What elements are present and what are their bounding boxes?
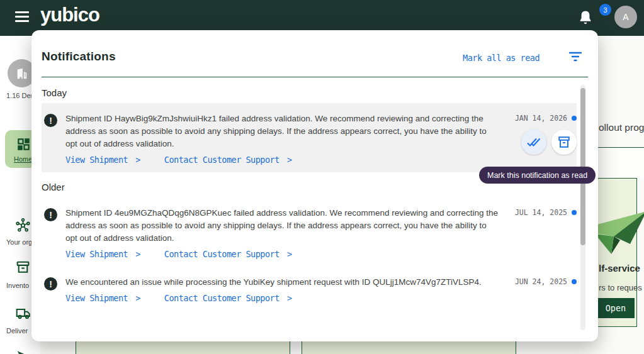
chevron-right-icon: > — [287, 155, 292, 165]
yubico-logo: yubico — [40, 4, 99, 26]
notifications-panel: Notifications Mark all as read Today ! S… — [31, 30, 598, 341]
notification-text: We encountered an issue while processing… — [65, 277, 482, 287]
self-service-description: rs to reques — [599, 283, 642, 292]
building-icon — [15, 67, 29, 80]
alert-icon: ! — [42, 205, 65, 260]
archive-button[interactable] — [551, 130, 577, 155]
chevron-right-icon: > — [135, 155, 140, 165]
card-background — [592, 148, 644, 178]
mark-read-button[interactable] — [521, 130, 546, 155]
notification-item: ! We encountered an issue while processi… — [42, 267, 577, 311]
unread-dot — [572, 279, 577, 284]
alert-icon: ! — [42, 274, 65, 304]
chevron-right-icon: > — [287, 249, 292, 259]
open-button[interactable]: Open — [597, 298, 635, 318]
rollout-progress-heading: ollout progre — [599, 122, 644, 133]
org-network-icon — [15, 217, 31, 234]
inventory-box-icon — [15, 259, 31, 275]
sidebar-item-label: Home — [14, 155, 32, 163]
double-check-icon — [526, 136, 541, 148]
sidebar-item-label: Your org. — [6, 238, 34, 246]
notification-item: ! Shipment ID HaywBig9kZmJshwiuiHkz1 fai… — [42, 103, 577, 172]
sidebar-item-label: Deliver — [6, 327, 28, 335]
notification-date: JUN 24, 2025 — [515, 277, 567, 286]
self-service-title: lf-service — [599, 263, 640, 274]
notifications-bell-icon[interactable] — [577, 8, 596, 28]
alert-icon: ! — [42, 111, 65, 166]
chevron-right-icon: > — [135, 249, 140, 259]
view-shipment-link[interactable]: View Shipment> — [65, 248, 140, 260]
section-label-today: Today — [42, 87, 588, 98]
sidebar-item-label: Invento — [6, 282, 29, 289]
notification-text: Shipment ID HaywBig9kZmJshwiuiHkz1 faile… — [65, 114, 487, 148]
contact-support-link[interactable]: Contact Customer Support> — [164, 248, 292, 260]
archive-box-icon — [557, 135, 571, 149]
view-shipment-link[interactable]: View Shipment> — [65, 292, 140, 304]
view-shipment-link[interactable]: View Shipment> — [65, 153, 140, 166]
unread-dot — [572, 210, 577, 215]
card-border-line — [592, 147, 644, 148]
notification-count-badge: 3 — [599, 4, 611, 16]
chevron-right-icon: > — [135, 293, 140, 303]
user-avatar[interactable]: A — [614, 6, 637, 28]
notifications-list: Today ! Shipment ID HaywBig9kZmJshwiuiHk… — [31, 78, 598, 341]
dashboard-icon — [16, 137, 31, 152]
delivery-truck-icon — [15, 305, 31, 321]
paper-plane-icon — [15, 349, 32, 354]
notification-date: JUL 14, 2025 — [515, 208, 567, 217]
contact-support-link[interactable]: Contact Customer Support> — [164, 153, 292, 166]
filter-icon[interactable] — [568, 51, 582, 62]
mark-all-as-read-button[interactable]: Mark all as read — [463, 53, 539, 63]
menu-icon[interactable] — [15, 11, 29, 24]
contact-support-link[interactable]: Contact Customer Support> — [164, 292, 292, 304]
unread-dot — [572, 116, 577, 121]
header-divider — [42, 77, 588, 77]
mark-read-tooltip: Mark this notification as read — [479, 167, 596, 184]
chevron-right-icon: > — [287, 293, 292, 303]
notification-text: Shipment ID 4eu9MGZhaQDqg6N8GPKuec faile… — [65, 208, 498, 243]
notification-item: ! Shipment ID 4eu9MGZhaQDqg6N8GPKuec fai… — [42, 197, 577, 267]
notification-date: JAN 14, 2026 — [515, 114, 567, 123]
panel-title: Notifications — [42, 50, 116, 64]
